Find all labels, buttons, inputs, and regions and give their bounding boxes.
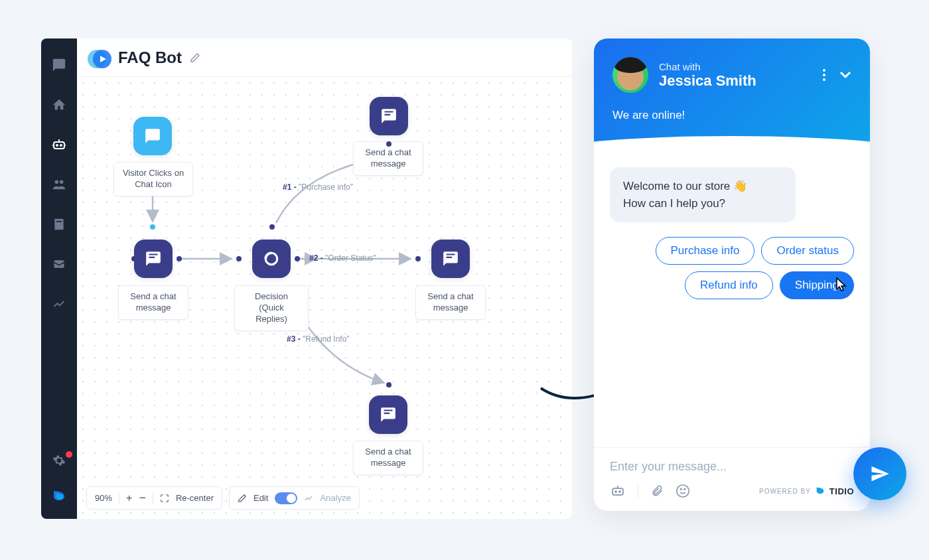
branch-label-1: #1 - "Purchase info" (283, 182, 353, 192)
send-button[interactable] (853, 447, 906, 500)
canvas-header: FAQ Bot (77, 38, 572, 77)
sidebar-item-inbox[interactable] (48, 253, 70, 275)
sidebar-item-brand[interactable] (48, 486, 70, 507)
welcome-line-2: How can I help you? (623, 195, 782, 212)
edit-mode-button[interactable]: Edit (253, 493, 268, 503)
node-decision[interactable] (252, 240, 291, 278)
notification-dot (66, 451, 72, 458)
zoom-value: 90% (95, 493, 112, 503)
chat-header: Chat with Jessica Smith We are online! (594, 38, 870, 154)
message-icon (442, 250, 459, 267)
branch-label-3: #3 - "Refund Info" (287, 334, 350, 344)
svg-point-19 (823, 78, 825, 81)
message-icon (380, 107, 397, 125)
connection-dot (386, 382, 392, 387)
chat-bubble-icon (144, 127, 161, 145)
emoji-icon[interactable] (676, 484, 690, 498)
bot-logo (86, 46, 110, 70)
zoom-controls: 90% + − Re-center (86, 486, 222, 510)
quick-replies: Purchase info Order status Refund info S… (610, 237, 854, 299)
chat-footer: Enter your message... POWERED BY TIDIO (594, 447, 870, 511)
svg-point-18 (823, 74, 825, 76)
sidebar-item-users[interactable] (48, 174, 70, 195)
analyze-mode-button[interactable]: Analyze (320, 493, 350, 503)
edit-title-icon[interactable] (190, 52, 200, 63)
quick-reply-refund-info[interactable]: Refund info (685, 271, 773, 299)
quick-reply-purchase-info[interactable]: Purchase info (656, 237, 755, 265)
chevron-down-icon[interactable] (839, 71, 851, 79)
attachment-icon[interactable] (650, 484, 664, 498)
book-icon (52, 218, 66, 231)
node-send-message-3[interactable] (431, 240, 470, 278)
svg-point-7 (60, 180, 64, 184)
sidebar-item-contacts[interactable] (48, 214, 70, 235)
mode-toggle[interactable] (275, 492, 297, 504)
connection-dot (415, 256, 421, 261)
node-trigger[interactable] (133, 117, 172, 155)
sidebar-item-home[interactable] (48, 94, 70, 115)
cursor-icon (831, 276, 850, 295)
node-send-message-2[interactable] (370, 97, 408, 135)
connection-dot (269, 224, 275, 230)
sidebar-item-analytics[interactable] (48, 293, 70, 315)
message-input[interactable]: Enter your message... (610, 460, 854, 474)
node-trigger-label: Visitor Clicks on Chat Icon (113, 162, 193, 196)
sidebar-item-bot[interactable] (48, 134, 70, 155)
send-icon (870, 464, 890, 484)
bot-title: FAQ Bot (118, 48, 182, 67)
sidebar-item-settings[interactable] (48, 450, 70, 471)
connection-dot (236, 256, 242, 261)
node-send-message-1[interactable] (134, 240, 173, 278)
operator-name: Jessica Smith (659, 72, 756, 90)
svg-point-26 (684, 488, 685, 490)
quick-reply-order-status[interactable]: Order status (761, 237, 854, 265)
connection-dot (386, 141, 392, 147)
bot-message: Welcome to our store 👋 How can I help yo… (610, 167, 796, 222)
svg-point-2 (60, 145, 62, 146)
recenter-icon (160, 494, 169, 503)
gear-icon (52, 454, 66, 467)
svg-point-1 (56, 145, 58, 146)
svg-point-22 (619, 491, 620, 492)
chat-with-label: Chat with (659, 61, 756, 72)
main-sidebar (41, 38, 77, 519)
home-icon (52, 98, 66, 112)
flow-canvas[interactable]: Visitor Clicks on Chat Icon Send a chat … (77, 77, 572, 519)
mode-controls: Edit Analyze (229, 486, 360, 510)
svg-point-6 (55, 180, 59, 184)
operator-avatar (612, 57, 648, 93)
node-decision-label: Decision (Quick Replies) (234, 285, 309, 331)
bot-toggle-icon[interactable] (610, 483, 626, 499)
message-icon (380, 406, 397, 423)
svg-point-17 (823, 69, 825, 72)
svg-rect-8 (54, 260, 64, 268)
svg-rect-0 (54, 142, 64, 149)
svg-point-21 (615, 491, 616, 492)
flow-canvas-container: FAQ Bot Visitor Clicks on Chat Icon (77, 38, 572, 519)
svg-rect-20 (612, 488, 623, 495)
chat-icon (52, 58, 66, 72)
more-icon[interactable] (822, 68, 826, 82)
decision-icon (261, 249, 281, 269)
chat-body: Welcome to our store 👋 How can I help yo… (594, 154, 870, 447)
brand-icon (51, 488, 67, 504)
users-icon (52, 177, 66, 192)
recenter-button[interactable]: Re-center (176, 493, 214, 503)
message-icon (145, 250, 162, 267)
connection-dot (295, 256, 300, 261)
pencil-icon (238, 494, 247, 503)
chat-preview-widget: Chat with Jessica Smith We are online! W… (594, 38, 870, 511)
welcome-line-1: Welcome to our store 👋 (623, 178, 782, 195)
zoom-out-button[interactable]: − (139, 491, 146, 505)
svg-point-24 (677, 485, 689, 497)
sidebar-item-chat[interactable] (48, 54, 70, 76)
online-status: We are online! (612, 109, 851, 122)
node-send-3-label: Send a chat message (415, 285, 486, 320)
node-send-4-label: Send a chat message (353, 441, 423, 475)
chart-icon (52, 297, 66, 311)
connection-dot (177, 256, 182, 261)
zoom-in-button[interactable]: + (126, 492, 132, 504)
node-send-message-4[interactable] (369, 395, 407, 434)
connection-dot (150, 224, 155, 230)
bot-icon (51, 137, 67, 153)
